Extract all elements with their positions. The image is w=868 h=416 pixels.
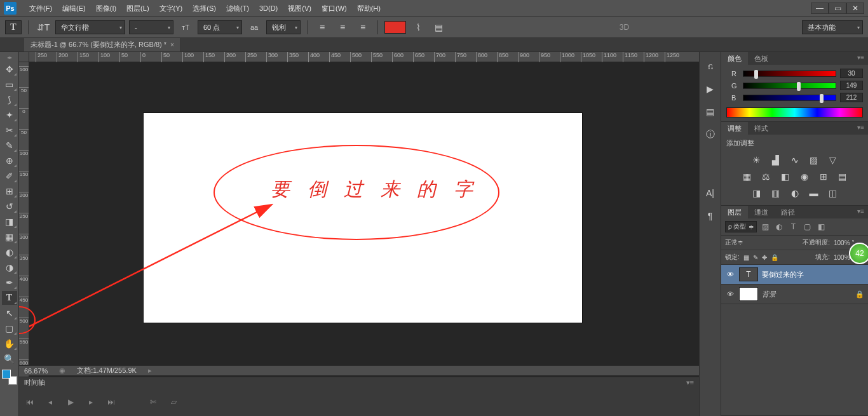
- warp-text-button[interactable]: ⌇: [410, 20, 426, 34]
- horizontal-ruler[interactable]: 2502001501005005010015020025030035040045…: [29, 52, 699, 62]
- properties-panel-icon[interactable]: ▶: [703, 83, 717, 95]
- window-minimize-button[interactable]: —: [811, 3, 829, 14]
- layer-row-background[interactable]: 👁 背景 🔒: [721, 285, 868, 304]
- info-panel-icon[interactable]: ⓘ: [703, 128, 717, 141]
- menu-view[interactable]: 视图(V): [283, 1, 316, 16]
- bw-icon[interactable]: ◧: [779, 171, 792, 182]
- layer-filter-dropdown[interactable]: ρ 类型≑: [725, 221, 757, 232]
- color-balance-icon[interactable]: ⚖: [760, 171, 773, 182]
- brush-tool[interactable]: ✐: [2, 169, 17, 183]
- menu-help[interactable]: 帮助(H): [352, 1, 386, 16]
- tab-paths[interactable]: 路径: [775, 206, 801, 218]
- healing-tool[interactable]: ⊕: [2, 154, 17, 168]
- timeline-last-frame-button[interactable]: ⏭: [105, 398, 117, 406]
- antialias-dropdown[interactable]: 锐利 ▾: [266, 20, 301, 34]
- stamp-tool[interactable]: ⊞: [2, 184, 17, 198]
- zoom-tool[interactable]: 🔍: [2, 352, 17, 366]
- filter-adjustment-icon[interactable]: ◐: [773, 222, 785, 231]
- timeline-cut-button[interactable]: ✄: [147, 398, 159, 406]
- blend-mode-dropdown[interactable]: 正常≑: [725, 238, 799, 247]
- value-g[interactable]: 149: [840, 81, 863, 90]
- value-b[interactable]: 212: [840, 93, 863, 102]
- filter-shape-icon[interactable]: ▢: [801, 222, 813, 231]
- character-panel-icon[interactable]: A|: [703, 187, 717, 199]
- tab-layers[interactable]: 图层: [721, 206, 748, 218]
- panel-menu-icon[interactable]: ▾≡: [853, 122, 868, 135]
- color-lookup-icon[interactable]: ▤: [836, 171, 849, 182]
- text-orientation-button[interactable]: ⇵T: [35, 20, 51, 34]
- font-style-dropdown[interactable]: - ▾: [129, 20, 173, 34]
- filter-type-icon[interactable]: T: [787, 222, 799, 231]
- levels-icon[interactable]: ▟: [770, 154, 782, 166]
- menu-3d[interactable]: 3D(D): [254, 2, 283, 15]
- lock-transparency-icon[interactable]: ▦: [743, 254, 749, 261]
- slider-g[interactable]: [743, 83, 836, 89]
- menu-filter[interactable]: 滤镜(T): [221, 1, 254, 16]
- hand-tool[interactable]: ✋: [2, 337, 17, 351]
- text-color-swatch[interactable]: [384, 21, 406, 34]
- panel-menu-icon[interactable]: ▾≡: [853, 52, 868, 65]
- panel-menu-icon[interactable]: ▾≡: [853, 206, 868, 218]
- lasso-tool[interactable]: ⟆: [2, 93, 17, 107]
- active-tool-icon[interactable]: T: [5, 20, 22, 34]
- zoom-level[interactable]: 66.67%: [24, 367, 48, 375]
- slider-r[interactable]: [743, 70, 836, 77]
- align-right-button[interactable]: ≡: [355, 20, 371, 34]
- pen-tool[interactable]: ✒: [2, 276, 17, 290]
- menu-edit[interactable]: 编辑(E): [57, 1, 91, 16]
- layer-name[interactable]: 背景: [762, 290, 776, 299]
- magic-wand-tool[interactable]: ✦: [2, 108, 17, 122]
- brightness-contrast-icon[interactable]: ☀: [750, 154, 763, 166]
- menu-layer[interactable]: 图层(L): [121, 1, 154, 16]
- timeline-panel-header[interactable]: 时间轴 ▾≡: [19, 377, 699, 388]
- path-select-tool[interactable]: ↖: [2, 306, 17, 320]
- char-panel-button[interactable]: ▤: [430, 20, 447, 34]
- timeline-transition-button[interactable]: ▱: [168, 398, 179, 406]
- eraser-tool[interactable]: ◨: [2, 215, 17, 229]
- posterize-icon[interactable]: ▥: [770, 187, 782, 199]
- paragraph-panel-icon[interactable]: ¶: [703, 210, 717, 222]
- layer-row-text[interactable]: 👁 T 要倒过来的字: [721, 265, 868, 285]
- menu-type[interactable]: 文字(Y): [154, 1, 188, 16]
- tab-styles[interactable]: 样式: [748, 122, 775, 135]
- close-icon[interactable]: ×: [170, 41, 174, 48]
- tab-color[interactable]: 颜色: [721, 52, 748, 65]
- timeline-play-button[interactable]: ▶: [65, 398, 76, 406]
- lock-pixels-icon[interactable]: ✎: [753, 254, 758, 261]
- lock-position-icon[interactable]: ✥: [762, 254, 767, 261]
- channel-mixer-icon[interactable]: ⊞: [817, 171, 830, 182]
- 3d-button[interactable]: 3D: [612, 20, 637, 34]
- menu-file[interactable]: 文件(F): [24, 1, 57, 16]
- dodge-tool[interactable]: ◑: [2, 260, 17, 274]
- canvas-text-layer[interactable]: 要 倒 过 来 的 字: [271, 177, 479, 203]
- visibility-icon[interactable]: 👁: [725, 271, 735, 278]
- ruler-origin[interactable]: [19, 52, 29, 62]
- vibrance-icon[interactable]: ▽: [827, 154, 839, 166]
- photo-filter-icon[interactable]: ◉: [798, 171, 811, 182]
- tab-channels[interactable]: 通道: [748, 206, 775, 218]
- selective-color-icon[interactable]: ◫: [827, 187, 839, 199]
- hue-sat-icon[interactable]: ▦: [741, 171, 754, 182]
- exposure-icon[interactable]: ▨: [808, 154, 820, 166]
- window-maximize-button[interactable]: ▭: [829, 3, 846, 14]
- timeline-next-frame-button[interactable]: ▸: [85, 398, 97, 406]
- gradient-tool[interactable]: ▦: [2, 230, 17, 244]
- layer-thumbnail[interactable]: [739, 287, 758, 301]
- filter-pixel-icon[interactable]: ▨: [759, 222, 771, 231]
- curves-icon[interactable]: ∿: [789, 154, 801, 166]
- move-tool[interactable]: ✥: [2, 62, 17, 76]
- layer-name[interactable]: 要倒过来的字: [762, 270, 804, 279]
- font-size-dropdown[interactable]: 60 点 ▾: [198, 20, 242, 34]
- spectrum-picker[interactable]: [726, 107, 863, 117]
- tab-swatches[interactable]: 色板: [748, 52, 775, 65]
- canvas[interactable]: 要 倒 过 来 的 字: [144, 113, 582, 323]
- document-tab[interactable]: 未标题-1 @ 66.7% (要倒过来的字, RGB/8) * ×: [24, 38, 181, 51]
- visibility-icon[interactable]: 👁: [725, 290, 735, 298]
- brush-panel-icon[interactable]: ▤: [703, 105, 717, 118]
- status-icon[interactable]: ◉: [59, 366, 65, 375]
- menu-window[interactable]: 窗口(W): [316, 1, 352, 16]
- notification-badge[interactable]: 42: [849, 243, 868, 264]
- timeline-prev-frame-button[interactable]: ◂: [44, 398, 56, 406]
- align-left-button[interactable]: ≡: [314, 20, 330, 34]
- filter-smart-icon[interactable]: ◧: [815, 222, 827, 231]
